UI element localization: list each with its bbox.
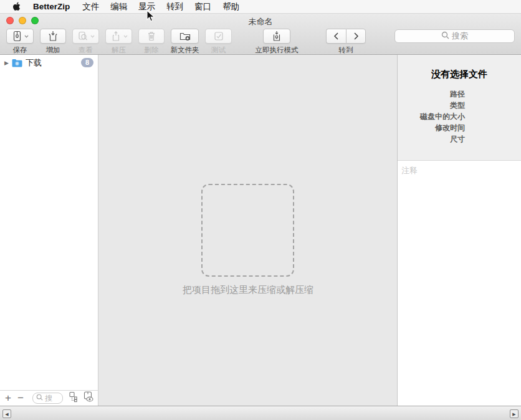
immediate-mode-icon xyxy=(271,31,282,42)
menu-item-help[interactable]: 帮助 xyxy=(217,1,245,12)
sidebar-item-label: 下载 xyxy=(26,57,42,69)
goto-back-button[interactable] xyxy=(326,29,346,44)
test-button-label: 测试 xyxy=(211,45,226,55)
preview-icon xyxy=(77,31,88,42)
new-folder-button[interactable]: 新文件夹 xyxy=(171,29,199,44)
window-title: 未命名 xyxy=(0,16,521,27)
add-favorite-button[interactable]: + xyxy=(2,392,14,404)
toolbar-middle-group: 立即执行模式 转到 xyxy=(263,29,366,44)
extract-button-label: 解压 xyxy=(112,45,126,55)
search-icon xyxy=(36,394,43,403)
save-button-label: 保存 xyxy=(13,45,27,55)
inspector-panel: 没有选择文件 路径 类型 磁盘中的大小 修改时间 尺寸 注释 xyxy=(397,55,521,406)
goto-label: 转到 xyxy=(339,45,353,55)
new-folder-icon xyxy=(179,31,191,42)
sidebar-filter-input[interactable]: 搜 xyxy=(32,393,63,404)
field-label-size-on-disk: 磁盘中的大小 xyxy=(398,111,465,122)
field-label-modified: 修改时间 xyxy=(398,122,465,133)
new-folder-button-label: 新文件夹 xyxy=(171,45,199,55)
sidebar: ▶ 下载 8 + − 搜 xyxy=(0,55,98,406)
tree-view-toggle-button[interactable] xyxy=(68,391,79,405)
drop-hint-text: 把项目拖到这里来压缩或解压缩 xyxy=(99,284,397,296)
menu-item-edit[interactable]: 编辑 xyxy=(105,1,133,12)
apple-menu-icon[interactable] xyxy=(12,2,21,11)
file-info-pane: 没有选择文件 路径 类型 磁盘中的大小 修改时间 尺寸 xyxy=(398,55,521,161)
menu-bar: BetterZip 文件 编辑 显示 转到 窗口 帮助 xyxy=(0,0,521,14)
save-button[interactable]: 保存 xyxy=(6,29,34,44)
sidebar-item-downloads[interactable]: ▶ 下载 8 xyxy=(0,57,98,69)
comments-input[interactable]: 注释 xyxy=(398,161,521,406)
delete-button-label: 删除 xyxy=(145,45,159,55)
filter-placeholder: 搜 xyxy=(45,393,52,404)
bottom-bar: ◀ ▶ xyxy=(0,406,521,420)
sidebar-bottom-toolbar: + − 搜 xyxy=(0,390,98,406)
chevron-right-icon xyxy=(353,32,359,40)
extract-icon xyxy=(110,31,122,42)
downloads-folder-icon xyxy=(12,59,22,67)
extract-button[interactable]: 解压 xyxy=(105,29,132,44)
drop-target-outline[interactable] xyxy=(201,184,294,277)
test-button[interactable]: 测试 xyxy=(205,29,232,44)
chevron-left-icon xyxy=(333,32,339,40)
archive-drop-area[interactable]: 把项目拖到这里来压缩或解压缩 xyxy=(99,55,397,406)
chevron-down-icon xyxy=(90,35,95,38)
goto-forward-button[interactable] xyxy=(346,29,366,44)
menu-item-go[interactable]: 转到 xyxy=(161,1,189,12)
immediate-mode-label: 立即执行模式 xyxy=(256,45,299,55)
view-button-label: 查看 xyxy=(79,45,93,55)
add-to-archive-icon xyxy=(47,31,59,42)
comments-placeholder: 注释 xyxy=(401,166,418,175)
search-input[interactable]: 搜索 xyxy=(394,29,515,43)
add-button[interactable]: 增加 xyxy=(40,29,66,44)
remove-favorite-button[interactable]: − xyxy=(14,392,27,404)
no-selection-title: 没有选择文件 xyxy=(398,69,521,80)
chevron-down-icon xyxy=(123,35,128,38)
add-button-label: 增加 xyxy=(46,45,60,55)
goto-control: 转到 xyxy=(326,29,366,44)
field-label-type: 类型 xyxy=(398,100,465,111)
toolbar-left-group: 保存 增加 xyxy=(6,29,232,44)
archive-icon xyxy=(12,31,22,42)
menu-item-file[interactable]: 文件 xyxy=(77,1,105,12)
disclosure-triangle-icon[interactable]: ▶ xyxy=(4,60,12,66)
collapse-inspector-button[interactable]: ▶ xyxy=(510,409,519,418)
trash-icon xyxy=(146,31,157,42)
menu-item-window[interactable]: 窗口 xyxy=(189,1,217,12)
search-placeholder: 搜索 xyxy=(452,31,468,42)
search-icon xyxy=(441,31,449,41)
item-count-badge: 8 xyxy=(81,58,93,67)
preview-pane-toggle-button[interactable] xyxy=(82,391,95,405)
collapse-sidebar-button[interactable]: ◀ xyxy=(2,409,11,418)
menu-app-name[interactable]: BetterZip xyxy=(26,2,77,11)
chevron-down-icon xyxy=(24,35,29,38)
window-content: ▶ 下载 8 + − 搜 xyxy=(0,55,521,406)
field-label-path: 路径 xyxy=(398,88,465,100)
mouse-cursor xyxy=(146,10,155,22)
window-toolbar: 未命名 保存 xyxy=(0,14,521,55)
test-checkbox-icon xyxy=(213,31,224,42)
immediate-mode-button[interactable]: 立即执行模式 xyxy=(263,29,290,44)
field-label-dimensions: 尺寸 xyxy=(398,133,465,145)
delete-button[interactable]: 删除 xyxy=(138,29,165,44)
file-info-fields: 路径 类型 磁盘中的大小 修改时间 尺寸 xyxy=(398,88,465,145)
view-button[interactable]: 查看 xyxy=(72,29,99,44)
